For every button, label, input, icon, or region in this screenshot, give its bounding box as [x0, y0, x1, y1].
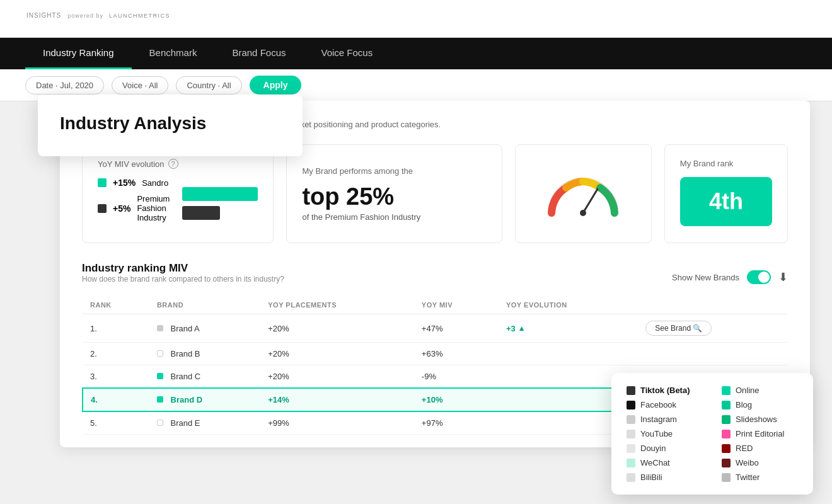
- cell-rank: 4.: [83, 388, 149, 411]
- country-value: All: [222, 81, 231, 90]
- instagram-dot: [627, 415, 635, 424]
- nav-benchmark[interactable]: Benchmark: [132, 38, 215, 69]
- dropdown-item-tiktok[interactable]: Tiktok (Beta): [627, 386, 703, 395]
- sandro-bar: [182, 187, 258, 201]
- dropdown-item-weibo[interactable]: Weibo: [722, 458, 798, 467]
- dropdown-item-slideshows[interactable]: Slideshows: [722, 415, 798, 424]
- dropdown-item-bilibili[interactable]: BiliBili: [627, 472, 703, 482]
- youtube-label: YouTube: [640, 429, 673, 438]
- nav-voice-focus[interactable]: Voice Focus: [303, 38, 390, 69]
- svg-line-0: [583, 189, 598, 213]
- gauge-card: [515, 144, 652, 243]
- cell-yoy-miv: +10%: [414, 388, 499, 411]
- col-brand: BRAND: [149, 296, 260, 314]
- dropdown-item-facebook[interactable]: Facebook: [627, 400, 703, 410]
- cell-yoy-placements: +99%: [260, 411, 414, 435]
- show-new-brands-label: Show New Brands: [672, 273, 739, 282]
- brand-dot: [157, 396, 163, 403]
- show-new-brands-toggle[interactable]: [747, 270, 771, 284]
- brand-rank-title: My Brand rank: [680, 159, 772, 168]
- dropdown-item-youtube[interactable]: YouTube: [627, 429, 703, 438]
- yoy-miv-card: YoY MIV evolution ? +15% Sandro +5% Prem…: [82, 144, 274, 243]
- nav-brand-focus[interactable]: Brand Focus: [214, 38, 303, 69]
- dropdown-item-wechat[interactable]: WeChat: [627, 458, 703, 467]
- table-subtitle: How does the brand rank compared to othe…: [82, 275, 284, 284]
- cell-yoy-evolution: +3 ▲: [499, 314, 638, 343]
- red-label: RED: [736, 444, 753, 453]
- cell-action: [638, 343, 787, 365]
- wechat-label: WeChat: [640, 458, 670, 467]
- table-row: 1. Brand A +20% +47% +3 ▲ See Brand 🔍: [83, 314, 787, 343]
- col-yoy-evolution: YOY EVOLUTION: [499, 296, 638, 314]
- dropdown-item-online[interactable]: Online: [722, 386, 798, 395]
- cell-yoy-placements: +20%: [260, 343, 414, 365]
- info-icon[interactable]: ?: [168, 159, 178, 169]
- dropdown-item-blog[interactable]: Blog: [722, 400, 798, 410]
- youtube-dot: [627, 430, 635, 438]
- country-filter[interactable]: Country · All: [176, 76, 241, 94]
- country-label: Country: [187, 81, 216, 90]
- brand-dot: [157, 420, 163, 426]
- dropdown-item-print[interactable]: Print Editorial: [722, 429, 798, 438]
- date-filter[interactable]: Date · Jul, 2020: [25, 76, 104, 94]
- cell-brand: Brand B: [149, 343, 260, 365]
- yoy-miv-title: YoY MIV evolution ?: [98, 159, 258, 169]
- table-row: 2. Brand B +20% +63%: [83, 343, 787, 365]
- cell-yoy-miv: -9%: [414, 365, 499, 389]
- apply-button[interactable]: Apply: [250, 76, 302, 94]
- dropdown-grid: Tiktok (Beta) Facebook Instagram YouTube…: [627, 386, 798, 482]
- douyin-dot: [627, 444, 635, 453]
- date-label: Date: [36, 81, 53, 90]
- col-rank: RANK: [83, 296, 149, 314]
- bilibili-label: BiliBili: [640, 472, 662, 482]
- top25-value: top 25%: [302, 185, 486, 209]
- facebook-label: Facebook: [640, 400, 676, 410]
- date-value: Jul, 2020: [60, 81, 93, 90]
- cell-yoy-placements: +20%: [260, 365, 414, 389]
- cell-brand: Brand C: [149, 365, 260, 389]
- stats-row: YoY MIV evolution ? +15% Sandro +5% Prem…: [82, 144, 788, 243]
- cell-yoy-evolution: [499, 343, 638, 365]
- col-yoy-miv: YOY MIV: [414, 296, 499, 314]
- logo-launchmetrics: LAUNCHMETRICS: [109, 13, 170, 19]
- cell-rank: 3.: [83, 365, 149, 389]
- industry-analysis-card: Industry Analysis: [38, 94, 303, 156]
- table-controls: Show New Brands ⬇: [672, 270, 788, 284]
- online-label: Online: [736, 386, 760, 395]
- dropdown-right-col: Online Blog Slideshows Print Editorial R…: [722, 386, 798, 482]
- industry-analysis-title: Industry Analysis: [60, 113, 280, 134]
- see-brand-button[interactable]: See Brand 🔍: [645, 321, 712, 336]
- dropdown-item-twitter[interactable]: Twitter: [722, 472, 798, 482]
- weibo-dot: [722, 459, 731, 467]
- sandro-label: Sandro: [142, 178, 168, 188]
- online-dot: [722, 386, 731, 395]
- cell-yoy-placements: +14%: [260, 388, 414, 411]
- cell-rank: 1.: [83, 314, 149, 343]
- brand-dot: [157, 325, 163, 331]
- top25-title: My Brand performs among the: [302, 166, 486, 176]
- logo-powered: powered by: [67, 13, 103, 19]
- dropdown-item-instagram[interactable]: Instagram: [627, 415, 703, 424]
- svg-point-1: [580, 210, 586, 216]
- brand-rank-value: 4th: [680, 177, 772, 226]
- instagram-label: Instagram: [640, 415, 677, 424]
- main-nav: Industry Ranking Benchmark Brand Focus V…: [0, 38, 832, 69]
- nav-industry-ranking[interactable]: Industry Ranking: [25, 38, 132, 69]
- cell-action: See Brand 🔍: [638, 314, 787, 343]
- industry-bar: [182, 206, 220, 220]
- voice-value: All: [149, 81, 158, 90]
- twitter-dot: [722, 473, 731, 482]
- blog-dot: [722, 401, 731, 410]
- logo: INSIGHTS powered by LAUNCHMETRICS: [25, 11, 170, 27]
- cell-yoy-miv: +97%: [414, 411, 499, 435]
- miv-bar-chart: [182, 187, 258, 220]
- cell-yoy-placements: +20%: [260, 314, 414, 343]
- industry-label: Premium Fashion Industry: [137, 194, 170, 222]
- top-bar: INSIGHTS powered by LAUNCHMETRICS: [0, 0, 832, 38]
- download-icon[interactable]: ⬇: [778, 270, 788, 284]
- dropdown-item-red[interactable]: RED: [722, 444, 798, 453]
- voice-filter[interactable]: Voice · All: [112, 76, 168, 94]
- col-action: [638, 296, 787, 314]
- facebook-dot: [627, 401, 635, 410]
- dropdown-item-douyin[interactable]: Douyin: [627, 444, 703, 453]
